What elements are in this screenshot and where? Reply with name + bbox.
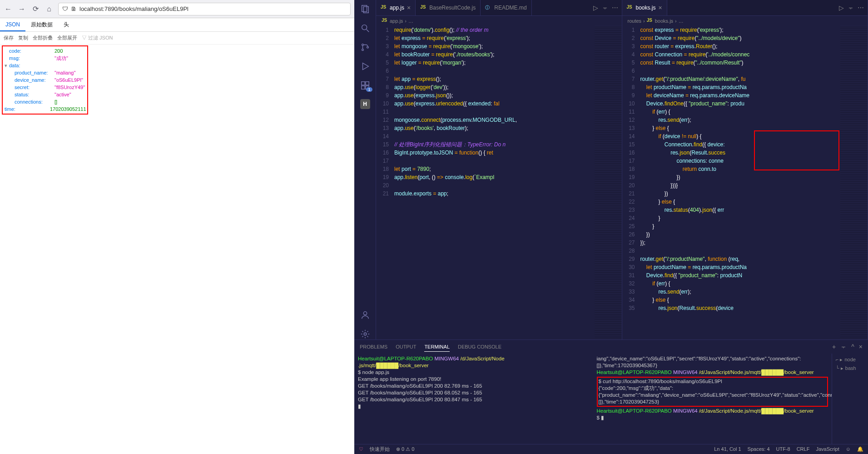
vscode-main: H JSapp.js×JSBaseResultCode.jsⓘREADME.md… [354,0,868,339]
file-icon: JS [420,5,427,11]
file-icon: JS [381,5,387,11]
files-icon[interactable] [360,4,371,15]
json-value: 200 [55,47,63,55]
tab-books-js[interactable]: JSbooks.js× [622,0,667,15]
maximize-panel-icon[interactable]: ^ [851,343,854,350]
browser-toolbar: ← → ⟳ ⌂ 🛡 🗎 localhost:7890/books/maliang… [0,0,354,18]
gutter: 123456789101112131415161718192021 [376,26,394,339]
json-value: [] [55,98,57,105]
chevron-right-icon: › [643,18,645,24]
svg-point-4 [362,44,363,46]
terminal-2[interactable]: iang","device_name":"oS6uEL9Pl","secret"… [593,354,832,444]
breadcrumb-file: app.js [390,18,403,24]
svg-rect-9 [365,82,368,85]
status-quickstart[interactable]: 快速开始 [370,446,390,453]
status-eol[interactable]: CRLF [797,446,810,452]
status-bar: ♡ 快速开始 ⊗ 0 ⚠ 0 Ln 41, Col 1 Spaces: 4 UT… [354,444,868,454]
json-key[interactable]: data: [9,62,55,69]
json-highlight-box: code:200 msg:"成功" ▾data: product_name:"m… [2,45,88,115]
svg-marker-7 [362,63,368,70]
vscode-window: H JSapp.js×JSBaseResultCode.jsⓘREADME.md… [354,0,868,454]
panel-tab-terminal[interactable]: TERMINAL [424,342,450,352]
feedback-icon[interactable]: ☺ [846,446,851,452]
panel-actions: + ⫟ ^ × [832,343,863,350]
search-icon[interactable] [360,23,371,34]
svg-point-2 [362,25,367,30]
json-copy[interactable]: 复制 [18,35,28,41]
run-icon[interactable]: ▷ [839,4,844,11]
close-panel-icon[interactable]: × [859,343,863,350]
breadcrumb-folder: routes [628,18,642,24]
browser-window: ← → ⟳ ⌂ 🛡 🗎 localhost:7890/books/maliang… [0,0,354,454]
json-value: "oS6uEL9Pl" [55,76,83,84]
source-control-icon[interactable] [360,42,371,53]
panel-tab-debug[interactable]: DEBUG CONSOLE [458,342,501,351]
subtab-raw[interactable]: 原始数据 [25,18,58,31]
terminal-body[interactable]: Heartsuit@LAPTOP-R620PABO MINGW64 /d/Jav… [354,354,868,444]
new-terminal-icon[interactable]: + [832,343,836,350]
minimap[interactable] [840,26,868,339]
tab-BaseResultCode-js[interactable]: JSBaseResultCode.js [416,0,481,15]
account-icon[interactable] [360,309,371,320]
forward-button[interactable]: → [17,5,26,14]
more-icon[interactable]: ⋯ [858,4,864,11]
extensions-icon[interactable] [360,80,371,91]
back-button[interactable]: ← [4,5,13,14]
terminal-1[interactable]: Heartsuit@LAPTOP-R620PABO MINGW64 /d/Jav… [354,354,593,444]
terminal-item-node[interactable]: ⌐ ▸ node [834,355,866,364]
notifications-icon[interactable]: 🔔 [857,446,863,452]
tab-README-md[interactable]: ⓘREADME.md [481,0,531,15]
breadcrumb-2[interactable]: routes › JS books.js › … [622,16,868,26]
httpie-icon[interactable]: H [360,99,370,109]
split-terminal-icon[interactable]: ⫟ [840,343,847,350]
more-icon[interactable]: ⋯ [612,4,618,11]
subtab-headers[interactable]: 头 [58,18,74,31]
lock-icon: 🗎 [71,5,77,12]
tabs-2: JSbooks.js×▷⫟⋯ [622,0,868,16]
editor-area: JSapp.js×JSBaseResultCode.jsⓘREADME.md▷⫟… [376,0,868,339]
reload-button[interactable]: ⟳ [31,5,40,14]
code-area-2[interactable]: 1234567891011121314151617181920212223242… [622,26,868,339]
code-lines[interactable]: const express = require('express');const… [640,26,841,339]
json-collapse-all[interactable]: 全部折叠 [33,35,53,41]
split-editor-icon[interactable]: ⫟ [848,4,854,11]
gutter: 1234567891011121314151617181920212223242… [622,26,640,339]
panel: PROBLEMS OUTPUT TERMINAL DEBUG CONSOLE +… [354,339,868,444]
panel-tab-problems[interactable]: PROBLEMS [360,342,387,351]
json-key: connections: [9,98,55,105]
json-filter[interactable]: ▽ 过滤 JSON [82,35,113,41]
svg-point-6 [367,46,368,48]
terminal-list: ⌐ ▸ node └ ▸ bash [832,354,868,444]
status-problems[interactable]: ⊗ 0 ⚠ 0 [396,446,414,452]
code-lines[interactable]: require('dotenv').config(); // the order… [394,26,595,339]
run-debug-icon[interactable] [360,61,371,72]
heart-icon[interactable]: ♡ [359,446,363,452]
gear-icon[interactable] [360,329,371,339]
url-bar[interactable]: 🛡 🗎 localhost:7890/books/maliang/oS6uEL9… [58,3,351,15]
json-key: msg: [9,55,55,62]
tab-app-js[interactable]: JSapp.js× [376,0,416,15]
status-spaces[interactable]: Spaces: 4 [748,446,770,452]
json-save[interactable]: 保存 [4,35,14,41]
json-expand-all[interactable]: 全部展开 [57,35,77,41]
status-language[interactable]: JavaScript [816,446,839,452]
subtab-json[interactable]: JSON [0,19,25,31]
json-key: time: [5,105,50,113]
run-icon[interactable]: ▷ [593,4,598,11]
terminal-item-bash[interactable]: └ ▸ bash [834,364,866,373]
home-button[interactable]: ⌂ [45,5,54,14]
editor-group-2: JSbooks.js×▷⫟⋯ routes › JS books.js › … … [622,0,868,339]
svg-point-12 [363,312,367,315]
tab-label: books.js [636,5,656,11]
panel-tab-output[interactable]: OUTPUT [396,342,416,351]
minimap[interactable] [595,26,622,339]
tab-label: BaseResultCode.js [429,5,476,11]
split-editor-icon[interactable]: ⫟ [602,4,608,11]
breadcrumb-1[interactable]: JS app.js › … [376,16,622,26]
json-key: product_name: [9,69,55,76]
status-encoding[interactable]: UTF-8 [776,446,790,452]
code-area-1[interactable]: 123456789101112131415161718192021 requir… [376,26,622,339]
close-icon[interactable]: × [407,4,411,11]
close-icon[interactable]: × [659,4,662,11]
status-cursor[interactable]: Ln 41, Col 1 [714,446,741,452]
